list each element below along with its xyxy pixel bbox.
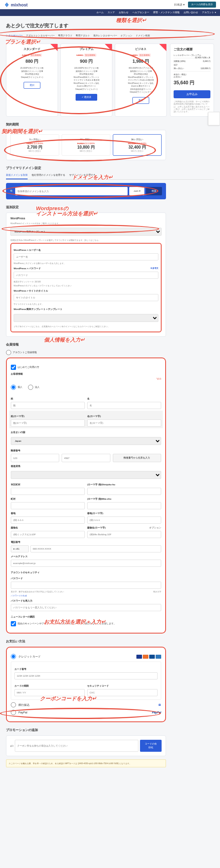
domain-tab-sub[interactable]: サブドメインを使用する <box>69 173 96 179</box>
tag-icon: 🏷 <box>10 745 13 747</box>
zip-lookup[interactable]: 郵便番号から住所を入力 <box>113 454 161 462</box>
acct-password[interactable] <box>11 582 161 589</box>
tel-input[interactable] <box>30 545 161 552</box>
jcb-icon <box>149 655 155 659</box>
term-option[interactable]: 36ヶ月払い162,000円 割引率80%32,400 円900 円 /月割り <box>113 134 162 156</box>
addr-roman-input[interactable] <box>87 516 161 524</box>
tab-option[interactable]: オプション <box>120 34 132 38</box>
wp-site-title[interactable] <box>14 294 158 301</box>
payment-title: お支払い方法 <box>6 639 214 644</box>
account-title: 会員情報 <box>6 342 214 347</box>
plan-card[interactable]: ビジネス9,900円 割引率80%1,980 円400,000PV/月のアクセス… <box>115 44 167 117</box>
email-input[interactable] <box>11 560 161 567</box>
acct-password2[interactable] <box>11 604 161 611</box>
domain-input[interactable] <box>15 187 128 195</box>
domain-search-button[interactable]: 検索 <box>146 187 162 195</box>
paypal-icon: PayPal <box>152 711 161 714</box>
nav-help[interactable]: ヘルプセンター <box>132 11 149 14</box>
nav-home[interactable]: ホーム <box>96 11 104 14</box>
main-nav: ホーム ストア お知らせ ヘルプセンター 障害・メンテナンス情報 お問い合わせ … <box>0 9 220 16</box>
term-option[interactable]: 3ヶ月払い4,500円 割引率39%2,700 円900 円 /月割り <box>10 134 59 156</box>
tab-adult-cloud[interactable]: 専用アダルト <box>76 34 90 38</box>
domain-tab-new[interactable]: 新規ドメインを取得 <box>6 173 28 179</box>
nav-account[interactable]: アカウント ▾ <box>202 11 216 14</box>
warning-box: ⚠ このページを離れる際、率を率一の確認のため、本人確認のWPTコードは [24… <box>6 759 166 767</box>
card-number[interactable] <box>14 672 158 679</box>
pref-select[interactable] <box>11 471 161 479</box>
type-corp[interactable] <box>28 385 33 390</box>
sei-roman-input[interactable] <box>11 419 85 427</box>
mei-roman-input[interactable] <box>87 419 161 427</box>
summary-title: ご注文の概要 <box>174 47 210 52</box>
pay-paypal[interactable] <box>11 710 16 715</box>
promo-title: プロモーションの追加 <box>6 728 214 732</box>
total-price: 35,640 円 <box>174 79 210 86</box>
pay-bank[interactable] <box>11 702 16 707</box>
visa-icon <box>136 655 142 659</box>
newsletter-check[interactable] <box>11 621 16 626</box>
wp-password[interactable] <box>14 272 158 279</box>
tab-adult[interactable]: アダルトレンタルサーバー <box>26 34 55 38</box>
order-summary: ご注文の概要 レンタルサーバー - プレミアム 32,400 円/36ヶ月 消費… <box>170 44 214 117</box>
plan-card[interactable]: スタンダード4,400円 割引率80%880 円25,000PV/月のアクセス数… <box>6 44 58 117</box>
zip2[interactable] <box>62 454 110 462</box>
tab-domain[interactable]: ドメイン検索 <box>136 34 150 38</box>
page-title: あと少しで注文が完了します <box>6 22 214 29</box>
zip1[interactable] <box>11 454 59 462</box>
order-button[interactable]: お申込み <box>174 90 210 98</box>
plan-select-button[interactable]: 選択 <box>132 97 149 104</box>
card-exp[interactable] <box>14 689 85 696</box>
wp-title: WordPress <box>10 217 162 220</box>
plan-select-button[interactable]: ✓ 選択済 <box>76 94 98 101</box>
wp-install-select[interactable]: WordPress簡単テンプレート <box>10 228 162 236</box>
tld-select[interactable]: .com ▾ <box>129 187 144 195</box>
search-icon: 🔍 <box>10 190 14 193</box>
domain-tab-other[interactable]: 他社管理のドメインを使用する <box>32 173 65 179</box>
promo-input[interactable] <box>15 740 138 752</box>
addr-input[interactable] <box>11 516 85 524</box>
first-time-check[interactable] <box>11 365 16 370</box>
gen-password[interactable]: パスワードの生成 <box>11 594 161 597</box>
product-tabs: ンタルサーバー アダルトレンタルサーバー 専用クラウド 専用アダルト 海外レンタ… <box>6 34 214 40</box>
type-personal[interactable] <box>11 385 16 390</box>
tab-rental[interactable]: ンタルサーバー <box>6 34 23 38</box>
mastercard-icon <box>143 655 148 659</box>
country-select[interactable]: Japan <box>11 437 161 445</box>
town-input[interactable] <box>11 502 85 509</box>
tab-cloud[interactable]: 専用クラウド <box>58 34 72 38</box>
recaptcha-badge <box>208 112 220 125</box>
tab-overseas[interactable]: 海外レンタルサーバー <box>93 34 117 38</box>
bank-icon: 🏛 <box>158 703 161 706</box>
cart-button[interactable]: カートの内容を表示 <box>188 2 216 8</box>
term-option[interactable]: 12ヶ月払い54,000円 割引率80%10,800 円900 円 /月割り <box>62 134 110 156</box>
city-input[interactable] <box>11 488 85 495</box>
account-tab[interactable] <box>6 350 11 355</box>
summary-note: ご利用後のお支払時期、サービス利用の提供時期及び契約解除の詳細については、お申し… <box>174 101 210 113</box>
wp-username[interactable] <box>14 253 158 260</box>
nav-news[interactable]: お知らせ <box>119 11 128 14</box>
city-roman-input[interactable] <box>87 488 161 495</box>
nav-store[interactable]: ストア <box>108 11 115 14</box>
bldg-input[interactable] <box>11 531 85 538</box>
amex-icon <box>156 655 161 659</box>
wp-template-select[interactable] <box>14 314 158 322</box>
tel-prefix[interactable]: ● +81 <box>11 545 29 552</box>
sei-input[interactable] <box>11 402 85 409</box>
logo[interactable]: mixhost <box>4 2 28 8</box>
mei-input[interactable] <box>87 402 161 409</box>
contract-title: 契約期間 <box>6 122 214 127</box>
nav-contact[interactable]: お問い合わせ <box>184 11 198 14</box>
card-cvc[interactable] <box>87 689 158 696</box>
language-select[interactable]: 日本語 ▾ <box>174 3 185 7</box>
nav-status[interactable]: 障害・メンテナンス情報 <box>153 11 180 14</box>
town-roman-input[interactable] <box>87 502 161 509</box>
pay-credit[interactable] <box>11 654 16 659</box>
promo-apply-button[interactable]: コードの有効化 <box>140 740 162 752</box>
plan-select-button[interactable]: 選択 <box>24 82 40 89</box>
bldg-roman-input[interactable] <box>87 531 161 538</box>
addon-title: 追加設定 <box>6 205 214 209</box>
domain-title: プライマリドメイン設定 <box>6 166 214 170</box>
plan-card[interactable]: プレミアム4,500円 割引率80%900 円100,000PV/月のアクセス数… <box>60 44 112 117</box>
